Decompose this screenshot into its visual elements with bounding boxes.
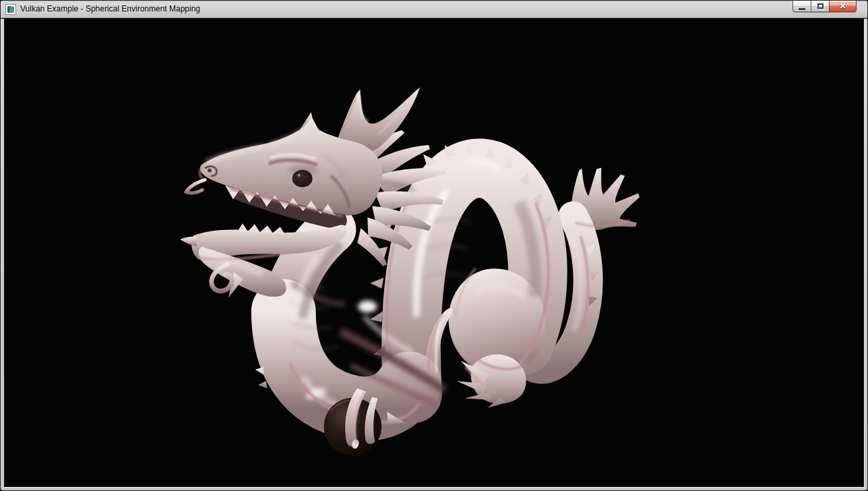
close-button[interactable]: ✕: [829, 1, 857, 12]
application-window: Vulkan Example - Spherical Environment M…: [0, 0, 868, 491]
titlebar[interactable]: Vulkan Example - Spherical Environment M…: [1, 1, 867, 18]
window-title: Vulkan Example - Spherical Environment M…: [20, 4, 200, 15]
app-icon: [5, 4, 16, 15]
render-viewport[interactable]: [4, 18, 864, 487]
maximize-button[interactable]: [811, 1, 830, 12]
close-icon: ✕: [839, 1, 846, 11]
window-frame: Vulkan Example - Spherical Environment M…: [1, 1, 867, 490]
minimize-button[interactable]: [793, 1, 811, 12]
maximize-icon: [817, 3, 824, 9]
minimize-icon: [799, 8, 805, 10]
dragon-render: [5, 19, 863, 486]
window-controls: ✕: [793, 1, 857, 12]
app-icon-image: [7, 6, 14, 13]
titlebar-left: Vulkan Example - Spherical Environment M…: [1, 1, 867, 18]
